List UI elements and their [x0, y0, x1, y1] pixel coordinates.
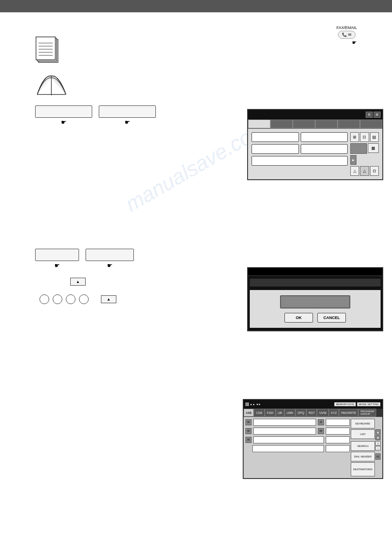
addr-tab-program[interactable]: PROGRAMGROUP [358, 409, 376, 417]
addr-panel-header: ▲▲ ◄► MEMORY/2241 MODE SETTING [244, 400, 382, 409]
dialog-input[interactable] [280, 295, 350, 308]
panel-input-1[interactable] [252, 132, 299, 142]
panel-tabs-1 [248, 120, 382, 129]
panel-icon-btn-1[interactable]: ⊞ [350, 132, 359, 142]
addr-tab-ab[interactable]: #AB [244, 409, 254, 417]
panel-input-2[interactable] [301, 132, 348, 142]
addr-entry-1: ✉ ✉ [245, 419, 350, 426]
addr-field-1b[interactable] [326, 419, 350, 426]
cursor-2b: ☛ [107, 262, 113, 269]
mode-setting-button[interactable]: MODE SETTING [357, 402, 381, 406]
panel-input-3[interactable] [252, 144, 299, 154]
addr-field-3a[interactable] [253, 436, 324, 443]
addr-tab-favorite[interactable]: FAVORITE [339, 409, 358, 417]
addr-icon-fax-1: ✉ [245, 419, 252, 425]
header-bar [0, 0, 392, 12]
dial-header-button[interactable]: DIAL HEADER [351, 452, 375, 461]
nav-up[interactable]: ▲ [375, 429, 381, 435]
addr-icon-fax-3: ✉ [245, 428, 252, 434]
fax-email-area: FAX/EMAIL 📞 ✉ ☛ [336, 25, 357, 46]
phone-icon: 📞 [342, 33, 347, 37]
dialog-header [248, 268, 382, 276]
fax-email-button[interactable]: 📞 ✉ [338, 31, 356, 39]
panel-btn-grid[interactable]: ⊞ [366, 112, 373, 118]
addr-icons: ▲▲ ◄► [250, 403, 261, 406]
keyboard-button[interactable]: KEYBOARD [351, 419, 375, 428]
dialog-title-bar [250, 279, 381, 287]
panel-input-5[interactable] [252, 156, 348, 166]
addr-tab-opq[interactable]: OPQ [295, 409, 307, 417]
panel-arrow-right[interactable]: ► [350, 155, 356, 165]
panel-icon-row-2: ▦ [350, 143, 379, 154]
step-btn-1a[interactable] [35, 105, 92, 118]
panel-tab-1[interactable] [248, 120, 270, 128]
indicator-area-2: ▲ [101, 295, 116, 303]
memory-button[interactable]: MEMORY/2241 [334, 402, 356, 406]
addr-tab-uvw[interactable]: UVW [317, 409, 328, 417]
panel-body-1: ⊞ ⊡ ▤ ▦ ► △ △ ⊡ [248, 129, 382, 179]
addr-field-2a[interactable] [253, 428, 316, 435]
ok-button[interactable]: OK [284, 313, 313, 323]
circle-4 [79, 294, 89, 304]
panel-icon-btn-7[interactable]: ⊡ [370, 166, 379, 176]
panel-tab-2[interactable] [270, 120, 293, 128]
step-btn-2a[interactable] [35, 249, 79, 261]
list-btn[interactable]: LIST [351, 429, 375, 439]
circle-2 [53, 294, 62, 304]
addr-field-4b[interactable] [326, 445, 350, 452]
addr-search-row: SEARCH 1 ↕ [351, 441, 381, 451]
addr-side-buttons: KEYBOARD LIST ▲ ▼ SEARCH 1 ↕ DIAL [351, 419, 381, 476]
addr-tab-lmn[interactable]: LMN [284, 409, 295, 417]
panel-tab-5[interactable] [338, 120, 360, 128]
addr-tab-xyz[interactable]: XYZ [329, 409, 339, 417]
step-buttons-row-2: ☛ ☛ [35, 249, 374, 269]
addr-icon-small [245, 403, 249, 406]
addr-num: 1 ↕ [375, 441, 381, 451]
addr-tab-rst[interactable]: RST [306, 409, 317, 417]
addr-icon-fax-4: ✉ [318, 428, 324, 434]
search-button[interactable]: SEARCH [351, 441, 375, 451]
panel-input-4[interactable] [301, 144, 348, 154]
mail-icon: ✉ [348, 33, 352, 37]
cancel-button[interactable]: CANCEL [317, 313, 346, 323]
cursor-1a: ☛ [61, 119, 67, 126]
panel-icon-btn-3[interactable]: ▤ [370, 132, 379, 142]
panel-tab-3[interactable] [293, 120, 315, 128]
circle-3 [66, 294, 76, 304]
svg-rect-2 [36, 37, 55, 60]
addr-tab-fgh[interactable]: FGH [265, 409, 276, 417]
circle-1 [40, 294, 49, 304]
addr-field-4a[interactable] [252, 445, 324, 452]
panel-header-1: ⊞ ⊠ [248, 110, 382, 120]
addr-tab-cde[interactable]: CDE [254, 409, 265, 417]
cursor-hand-fax: ☛ [352, 40, 357, 46]
destinations-button[interactable]: DESTINATIONS [351, 462, 375, 476]
addr-entry-3: ✉ [245, 436, 350, 443]
document-stack-icon [35, 34, 374, 66]
panel-tab-6[interactable] [360, 120, 382, 128]
addr-field-3b[interactable] [326, 436, 350, 443]
panel-icon-btn-4[interactable]: ▦ [368, 143, 379, 153]
panel-right-controls: ⊞ ⊡ ▤ ▦ ► △ △ ⊡ [350, 132, 379, 176]
addr-field-2b[interactable] [326, 428, 350, 435]
book-icon [35, 73, 374, 99]
panel-icon-btn-2[interactable]: ⊡ [360, 132, 369, 142]
addr-field-1a[interactable] [253, 419, 316, 426]
fax-email-label: FAX/EMAIL [336, 25, 357, 30]
panel-inputs [252, 132, 348, 176]
addr-nav-arrows: ▲ ▼ [375, 429, 381, 440]
addr-tab-ijk[interactable]: IJK [276, 409, 284, 417]
step-btn-1b[interactable] [99, 105, 156, 118]
num-2[interactable]: ↕ [375, 446, 381, 450]
panel-icon-btn-5[interactable]: △ [350, 166, 359, 176]
panel-tab-4[interactable] [315, 120, 338, 128]
panel-btn-close[interactable]: ⊠ [374, 112, 381, 118]
step-btn-2b[interactable] [86, 249, 134, 261]
addr-icon-fax-2: ✉ [318, 419, 324, 425]
nav-down[interactable]: ▼ [375, 435, 381, 440]
touch-panel-1: ⊞ ⊠ [247, 109, 383, 180]
addr-entries: ✉ ✉ ✉ ✉ ✉ [245, 419, 350, 476]
addr-icon-fax-5: ✉ [245, 437, 252, 443]
num-1[interactable]: 1 [375, 441, 381, 446]
panel-icon-btn-6[interactable]: △ [360, 166, 369, 176]
